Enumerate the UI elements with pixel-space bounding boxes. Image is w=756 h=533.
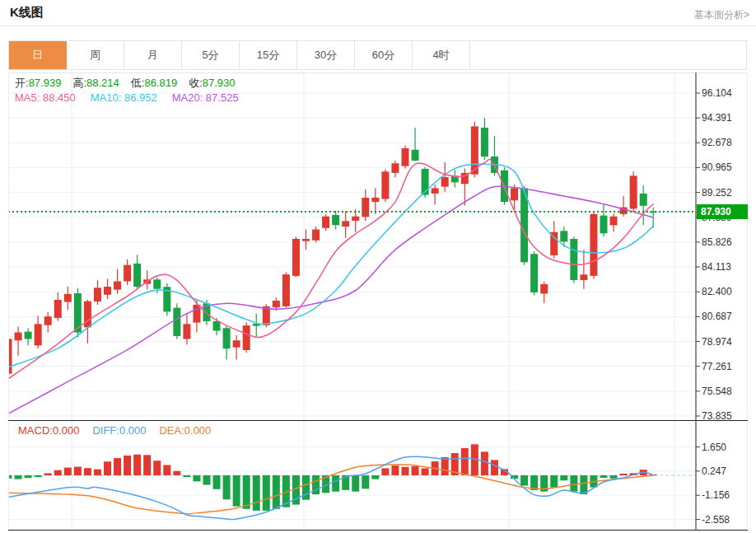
price-tick-label: 75.548	[702, 385, 751, 398]
high-label: 高:	[72, 77, 86, 89]
macd-tick-label: 1.650	[702, 441, 751, 454]
price-tick-label: 89.252	[702, 186, 751, 199]
close-value: 87.930	[203, 77, 236, 89]
dea-value: DEA:0.000	[159, 424, 211, 437]
ohlc-info-row: 开:87.939 高:88.214 低:86.819 收:87.930	[15, 76, 247, 91]
price-tick-label: 84.113	[702, 260, 751, 274]
open-label: 开:	[15, 77, 29, 89]
macd-tick-label: -1.156	[702, 489, 751, 502]
high-value: 88.214	[86, 77, 119, 89]
price-tick-label: 73.835	[702, 409, 751, 423]
price-tick-label: 92.678	[702, 136, 751, 149]
open-value: 87.939	[29, 77, 62, 89]
diff-value: DIFF:0.000	[92, 424, 146, 437]
close-label: 收:	[189, 77, 203, 89]
kline-page: { "header": { "title": "K线图", "link": "基…	[0, 0, 756, 533]
ma5-value: MA5: 88.450	[15, 91, 76, 104]
price-tick-label: 90.965	[702, 161, 751, 174]
price-tick-label: 94.391	[702, 111, 751, 124]
kline-chart-area[interactable]: 开:87.939 高:88.214 低:86.819 收:87.930 MA5:…	[0, 0, 756, 533]
price-tick-label: 85.826	[702, 236, 751, 249]
macd-value: MACD:0.000	[18, 424, 79, 437]
price-tick-label: 96.104	[702, 86, 751, 100]
price-tick-label: 78.974	[702, 335, 751, 348]
price-tick-label: 77.261	[702, 360, 751, 373]
current-price-label: 87.930	[697, 204, 748, 219]
macd-tick-label: -2.558	[702, 513, 751, 526]
low-label: 低:	[131, 77, 145, 89]
price-tick-label: 80.687	[702, 310, 751, 323]
price-tick-label: 82.400	[702, 285, 751, 298]
low-value: 86.819	[144, 77, 177, 89]
macd-info-row: MACD:0.000 DIFF:0.000 DEA:0.000	[18, 424, 224, 437]
ma-info-row: MA5: 88.450 MA10: 86.952 MA20: 87.525	[15, 91, 254, 104]
ma20-value: MA20: 87.525	[172, 91, 239, 104]
macd-tick-label: 0.247	[702, 465, 751, 478]
ma10-value: MA10: 86.952	[91, 91, 157, 104]
